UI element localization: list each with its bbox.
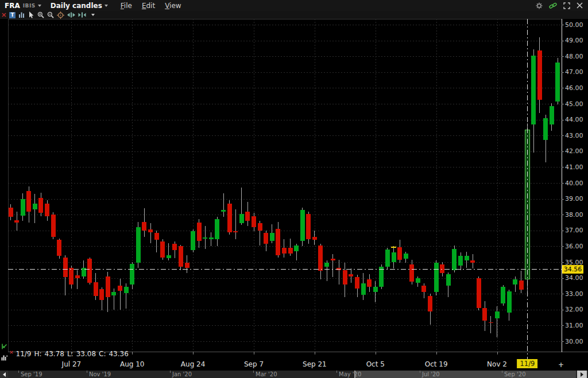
price-axis-label: 43.00 bbox=[565, 133, 583, 139]
price-axis-tick bbox=[562, 231, 564, 231]
current-session-line bbox=[527, 19, 528, 360]
price-gridline bbox=[8, 120, 562, 120]
candle-body bbox=[282, 248, 287, 254]
candle-body bbox=[519, 280, 524, 290]
timeline-tick bbox=[420, 371, 420, 373]
price-axis-label: 35.00 bbox=[565, 259, 583, 266]
price-axis-label: 47.00 bbox=[565, 69, 583, 75]
candle-body bbox=[392, 252, 396, 262]
price-axis-label: 39.00 bbox=[565, 196, 583, 202]
price-axis-label: 37.00 bbox=[565, 227, 583, 233]
candle-wick bbox=[339, 260, 339, 285]
timeline-thumb[interactable] bbox=[354, 371, 576, 378]
candle-body bbox=[343, 270, 347, 285]
candle-body bbox=[252, 216, 256, 227]
plot-border-left bbox=[8, 19, 9, 352]
candle-wick bbox=[223, 193, 224, 217]
close-legend-icon[interactable]: × bbox=[9, 349, 14, 355]
volume-profile-icon[interactable] bbox=[1, 352, 8, 363]
candle-body bbox=[385, 250, 390, 267]
candle-wick bbox=[490, 316, 491, 333]
candle-body bbox=[477, 278, 481, 308]
candle-body bbox=[324, 263, 329, 267]
candle-body bbox=[428, 296, 432, 311]
price-gridline bbox=[8, 246, 562, 247]
plot-border-right bbox=[562, 19, 562, 352]
candle-wick bbox=[515, 276, 516, 293]
price-gridline bbox=[8, 25, 562, 25]
timeline-tick bbox=[18, 371, 19, 373]
candle-body bbox=[361, 283, 366, 294]
candle-body bbox=[482, 308, 487, 321]
price-axis-tick bbox=[562, 199, 564, 200]
candle-body bbox=[264, 233, 268, 244]
candle-body bbox=[288, 248, 293, 254]
candle-body bbox=[167, 255, 171, 259]
price-axis-tick bbox=[562, 120, 564, 120]
plot-border-top bbox=[8, 19, 562, 20]
candle-body bbox=[130, 264, 134, 285]
candle-body bbox=[416, 278, 420, 283]
candle-body bbox=[21, 199, 25, 216]
status-close-value: 43.36 bbox=[109, 350, 128, 358]
candle-body bbox=[38, 198, 43, 213]
candle-body bbox=[148, 229, 153, 232]
candle-body bbox=[373, 287, 378, 293]
timeline-tick bbox=[336, 371, 337, 373]
timeline-scrollbar[interactable]: Sep '19Nov '19Jan '20Mar '20May '20Jul '… bbox=[0, 371, 588, 378]
current-date-tag: 11/9 bbox=[517, 359, 538, 368]
price-gridline bbox=[8, 56, 562, 57]
candle-body bbox=[458, 256, 463, 266]
date-axis-label: Oct 19 bbox=[425, 360, 448, 368]
price-gridline bbox=[8, 183, 562, 184]
candle-body bbox=[99, 289, 104, 300]
timeline-scroll-left-button[interactable] bbox=[0, 371, 8, 378]
candle-body bbox=[349, 274, 353, 276]
timeline-label: Mar '20 bbox=[256, 371, 277, 377]
status-low-value: 33.08 bbox=[76, 350, 96, 358]
date-axis-tick bbox=[497, 352, 498, 354]
candle-body bbox=[409, 264, 414, 282]
candle-body bbox=[69, 268, 74, 285]
price-axis-label: 40.00 bbox=[565, 180, 583, 186]
candle-body bbox=[501, 287, 505, 303]
date-axis-tick bbox=[436, 352, 437, 354]
price-axis-label: 32.00 bbox=[565, 306, 583, 313]
price-gridline bbox=[8, 167, 562, 167]
candle-body bbox=[185, 263, 189, 267]
timeline-label: Nov '19 bbox=[89, 371, 111, 377]
candle-body bbox=[379, 267, 384, 287]
price-gridline bbox=[8, 135, 562, 136]
candle-body bbox=[495, 311, 500, 318]
candle-body bbox=[9, 208, 13, 217]
chart-plot-area[interactable]: 50.0049.0048.0047.0046.0045.0044.0043.00… bbox=[0, 0, 588, 378]
date-axis-label: Aug 24 bbox=[181, 360, 206, 368]
price-axis-tick bbox=[562, 278, 564, 279]
candle-wick bbox=[235, 209, 236, 239]
price-axis-tick bbox=[562, 215, 564, 215]
price-axis-label: 49.00 bbox=[565, 37, 583, 44]
price-marker-icon[interactable] bbox=[1, 341, 8, 352]
candle-body bbox=[470, 260, 475, 263]
price-axis-tick bbox=[562, 294, 564, 294]
date-axis-label: Aug 10 bbox=[120, 360, 145, 368]
date-gridline bbox=[193, 19, 194, 352]
candle-body bbox=[465, 256, 469, 260]
price-gridline bbox=[8, 231, 562, 231]
candle-body bbox=[124, 287, 129, 293]
candle-body bbox=[33, 204, 37, 209]
price-axis-label: 38.00 bbox=[565, 212, 583, 218]
candle-body bbox=[404, 254, 408, 259]
timeline-label: Sep '20 bbox=[504, 371, 526, 377]
date-gridline bbox=[315, 19, 315, 352]
candle-body bbox=[45, 204, 49, 216]
timeline-tick bbox=[87, 371, 87, 373]
candle-body bbox=[312, 237, 317, 240]
ohlc-status-row: ×11/9H:43.78L:33.08C:43.36 bbox=[9, 350, 129, 358]
timeline-scroll-right-button[interactable] bbox=[577, 371, 587, 378]
price-gridline bbox=[8, 88, 562, 88]
price-axis-tick bbox=[562, 341, 564, 342]
candle-body bbox=[136, 227, 141, 263]
candle-body bbox=[507, 291, 512, 313]
candle-body bbox=[154, 233, 159, 240]
